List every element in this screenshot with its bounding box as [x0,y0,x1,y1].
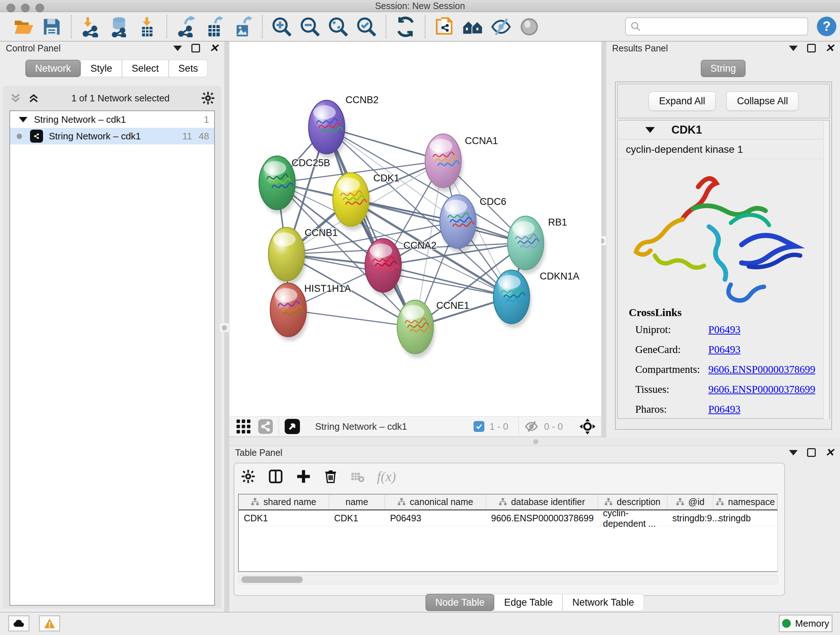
tab-edge-table[interactable]: Edge Table [494,594,562,611]
node-CCNA1[interactable]: CCNA1 [425,134,498,192]
memory-button[interactable]: Memory [779,615,832,632]
show-details-icon[interactable] [518,16,540,38]
tab-sets[interactable]: Sets [169,60,208,77]
hidden-eye-icon[interactable] [524,419,539,434]
expand-all-icon[interactable] [27,93,40,103]
crosslink-link[interactable]: 9606.ENSP00000378699 [708,363,815,375]
gene-expander-icon[interactable] [645,127,655,133]
crosslink-link[interactable]: 9606.ENSP00000378699 [708,383,815,395]
show-columns-icon[interactable] [268,469,284,485]
crosslink-link[interactable]: P06493 [708,344,741,356]
create-column-icon[interactable] [296,469,311,484]
table-cell[interactable]: stringdb:9... [667,510,714,526]
refresh-icon[interactable] [394,16,417,38]
network-canvas[interactable]: CCNB2CCNA1CDC25BCDK1CDC6RB1CCNB1CCNA2CDK… [229,42,601,416]
column-header-namespace[interactable]: namespace [714,494,777,509]
node-CDC25B[interactable]: CDC25B [259,156,330,214]
float-panel-icon[interactable] [807,44,816,52]
hide-details-icon[interactable] [490,16,512,38]
tab-select[interactable]: Select [122,60,169,77]
close-panel-icon[interactable]: ✕ [825,44,834,52]
open-in-window-icon[interactable] [284,418,301,435]
search-field[interactable] [625,17,808,35]
tab-node-table[interactable]: Node Table [425,594,494,611]
network-collection-row[interactable]: String Network – cdk1 1 [10,111,214,128]
minimize-panel-icon[interactable] [789,450,798,455]
network-row[interactable]: String Network – cdk1 11 48 [10,128,214,144]
warnings-button[interactable] [39,616,60,631]
node-CCNA2[interactable]: CCNA2 [365,239,437,296]
tab-network[interactable]: Network [25,60,81,77]
column-header-description[interactable]: description [598,494,668,509]
column-header--id[interactable]: @id [668,494,714,509]
table-cell[interactable]: cyclin-dependent ... [598,510,668,526]
open-session-icon[interactable] [12,16,35,38]
help-icon[interactable]: ? [817,17,836,36]
node-table[interactable]: shared namenamecanonical namedatabase id… [238,494,778,572]
zoom-selected-icon[interactable] [355,16,378,38]
network-options-gear-icon[interactable] [201,91,215,105]
column-header-canonical-name[interactable]: canonical name [385,494,486,509]
horizontal-splitter[interactable] [229,437,840,446]
table-horizontal-scrollbar[interactable] [238,575,778,584]
search-input[interactable] [641,21,800,32]
share-view-icon[interactable] [257,418,273,434]
close-panel-icon[interactable]: ✕ [210,44,218,52]
table-cell[interactable]: stringdb [714,510,777,526]
zoom-fit-icon[interactable] [327,16,349,38]
crosslink-link[interactable]: P06493 [708,403,741,415]
expand-all-button[interactable]: Expand All [649,92,716,111]
export-table-icon[interactable] [203,16,226,38]
close-panel-icon[interactable]: ✕ [825,448,834,457]
tab-string-results[interactable]: String [701,60,746,77]
collection-expander-icon[interactable] [19,117,27,122]
import-table-icon[interactable] [136,16,158,38]
float-panel-icon[interactable] [807,448,816,457]
edge-CCNB2-CCNE1[interactable] [327,127,415,327]
tab-network-table[interactable]: Network Table [562,594,644,611]
collapse-all-button[interactable]: Collapse All [726,92,798,111]
minimize-panel-icon[interactable] [789,46,798,51]
float-panel-icon[interactable] [191,44,200,52]
import-network-icon[interactable] [80,16,102,38]
gene-section-header[interactable]: CDK1 [618,120,829,139]
zoom-in-icon[interactable] [271,16,293,38]
selected-checkbox-icon[interactable] [474,421,485,432]
left-splitter-handle[interactable] [219,323,229,333]
node-CDKN1A[interactable]: CDKN1A [493,270,579,328]
home-networks-icon[interactable] [462,16,484,38]
table-cell[interactable]: P06493 [385,510,486,526]
delete-column-icon[interactable] [324,469,338,484]
tab-style[interactable]: Style [81,60,122,77]
function-builder-icon[interactable]: f(x) [377,469,396,485]
minimize-window-button[interactable] [21,4,30,12]
node-CCNB2[interactable]: CCNB2 [309,95,379,158]
column-header-shared-name[interactable]: shared name [239,494,329,509]
close-window-button[interactable] [6,4,15,12]
table-cell[interactable]: CDK1 [239,510,329,526]
delete-table-icon[interactable] [350,469,365,484]
save-session-icon[interactable] [41,16,63,38]
node-CCNE1[interactable]: CCNE1 [397,300,470,358]
node-HIST1H1A[interactable]: HIST1H1A [270,283,351,341]
export-network-icon[interactable] [175,16,197,38]
collapse-all-icon[interactable] [9,93,22,103]
cloud-status-button[interactable] [8,616,29,631]
birdseye-navigator-icon[interactable] [579,418,596,435]
table-cell[interactable]: CDK1 [329,510,385,526]
share-document-icon[interactable] [433,16,456,38]
column-header-database-identifier[interactable]: database identifier [486,494,598,509]
grid-view-icon[interactable] [235,418,252,435]
network-graph[interactable]: CCNB2CCNA1CDC25BCDK1CDC6RB1CCNB1CCNA2CDK… [229,42,601,416]
export-image-icon[interactable] [232,16,254,38]
node-RB1[interactable]: RB1 [508,216,567,274]
crosslink-link[interactable]: P06493 [708,324,741,336]
table-options-gear-icon[interactable] [241,469,256,484]
minimize-panel-icon[interactable] [173,46,182,51]
results-scrollbar[interactable] [823,121,829,419]
zoom-window-button[interactable] [35,4,44,12]
table-row[interactable]: CDK1CDK1P064939606.ENSP00000378699cyclin… [239,510,777,526]
import-database-icon[interactable] [108,16,130,38]
column-header-name[interactable]: name [329,494,385,509]
zoom-out-icon[interactable] [299,16,321,38]
